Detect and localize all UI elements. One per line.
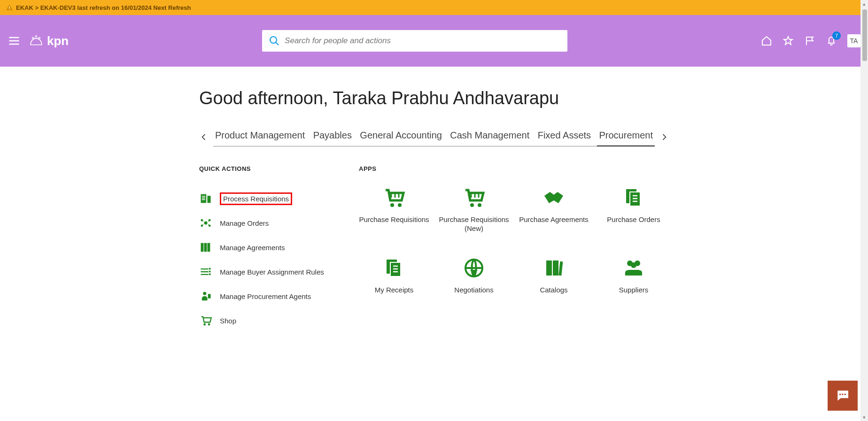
svg-point-2 [39, 37, 40, 38]
app-my-receipts[interactable]: My Receipts [359, 257, 429, 295]
app-purchase-requisitions[interactable]: Purchase Requisitions [359, 186, 429, 233]
quick-action-label: Shop [220, 317, 236, 325]
svg-rect-10 [201, 243, 204, 252]
app-catalogs[interactable]: Catalogs [519, 257, 589, 295]
greeting-text: Good afternoon, Taraka Prabhu Andhavarap… [199, 88, 669, 108]
svg-point-3 [270, 37, 277, 43]
hamburger-icon[interactable] [8, 34, 21, 47]
handshake-icon [542, 186, 566, 209]
quick-action-manage-agreements[interactable]: Manage Agreements [199, 235, 349, 260]
svg-point-30 [631, 262, 636, 268]
tab-payables[interactable]: Payables [311, 127, 354, 146]
quick-action-label: Manage Orders [220, 219, 269, 227]
svg-point-1 [35, 36, 37, 37]
rules-icon [199, 265, 212, 278]
svg-point-17 [398, 203, 402, 207]
svg-rect-11 [204, 243, 207, 252]
quick-action-process-requisitions[interactable]: Process Requisitions [199, 186, 349, 211]
tabs-row: Product Management Payables General Acco… [199, 127, 669, 146]
quick-action-label: Manage Procurement Agents [220, 292, 311, 300]
chat-button[interactable] [828, 381, 858, 411]
chevron-left-icon[interactable] [199, 132, 209, 142]
svg-rect-25 [546, 260, 552, 276]
app-label: Purchase Agreements [519, 215, 589, 224]
scrollbar[interactable]: ▴ ▾ [860, 0, 868, 421]
crown-icon [28, 33, 44, 49]
app-purchase-requisitions-new[interactable]: Purchase Requisitions (New) [439, 186, 509, 233]
quick-action-buyer-rules[interactable]: Manage Buyer Assignment Rules [199, 260, 349, 284]
app-label: My Receipts [375, 286, 414, 295]
quick-actions-column: QUICK ACTIONS Process Requisitions Manag… [199, 165, 349, 333]
svg-point-16 [390, 203, 394, 207]
star-icon[interactable] [783, 35, 794, 46]
search-icon [269, 35, 280, 46]
svg-rect-12 [208, 243, 210, 252]
flag-icon[interactable] [804, 35, 815, 46]
chat-icon [835, 388, 850, 403]
app-label: Purchase Requisitions [359, 215, 429, 224]
svg-point-31 [839, 394, 841, 395]
apps-column: APPS Purchase Requisitions Purchase Requ… [359, 165, 669, 333]
requisitions-icon [199, 192, 212, 205]
scroll-up-icon[interactable]: ▴ [860, 0, 868, 8]
svg-rect-27 [558, 261, 563, 275]
quick-action-label: Manage Agreements [220, 244, 285, 252]
tab-product-management[interactable]: Product Management [213, 127, 307, 146]
scroll-down-icon[interactable]: ▾ [860, 413, 868, 421]
user-avatar[interactable]: TA [847, 34, 860, 47]
agents-icon [199, 290, 212, 303]
app-label: Negotiations [454, 286, 493, 295]
svg-point-33 [845, 394, 846, 395]
orders-icon [199, 216, 212, 230]
svg-rect-26 [553, 260, 558, 276]
notification-count: 7 [832, 31, 841, 40]
quick-action-label: Manage Buyer Assignment Rules [220, 268, 324, 276]
app-purchase-agreements[interactable]: Purchase Agreements [519, 186, 589, 233]
banner-text: EKAK > EKAK-DEV3 last refresh on 16/01/2… [16, 4, 191, 11]
documents-icon [621, 186, 646, 209]
quick-action-procurement-agents[interactable]: Manage Procurement Agents [199, 284, 349, 308]
app-label: Suppliers [619, 286, 649, 295]
svg-point-19 [478, 203, 481, 207]
chevron-right-icon[interactable] [659, 132, 669, 142]
app-negotiations[interactable]: Negotiations [439, 257, 509, 295]
brand-logo[interactable]: kpn [28, 33, 69, 49]
globe-icon [462, 257, 486, 279]
app-purchase-orders[interactable]: Purchase Orders [598, 186, 669, 233]
shop-icon [199, 314, 212, 327]
scrollbar-thumb[interactable] [862, 9, 867, 61]
svg-rect-4 [201, 194, 207, 203]
quick-action-label: Process Requisitions [220, 192, 292, 205]
app-header: kpn 7 TA [0, 15, 868, 67]
app-label: Catalogs [540, 286, 567, 295]
svg-point-18 [470, 203, 474, 207]
documents-icon [382, 257, 406, 279]
apps-title: APPS [359, 165, 669, 172]
tab-cash-management[interactable]: Cash Management [448, 127, 531, 146]
main-content: Good afternoon, Taraka Prabhu Andhavarap… [199, 67, 669, 352]
search-input[interactable] [285, 36, 561, 46]
search-box[interactable] [262, 30, 567, 52]
home-icon[interactable] [761, 35, 772, 46]
warning-icon [6, 4, 13, 11]
brand-text: kpn [47, 34, 69, 48]
app-suppliers[interactable]: Suppliers [598, 257, 669, 295]
tab-general-accounting[interactable]: General Accounting [358, 127, 444, 146]
quick-action-shop[interactable]: Shop [199, 308, 349, 333]
tab-procurement[interactable]: Procurement [597, 127, 655, 146]
tab-fixed-assets[interactable]: Fixed Assets [536, 127, 593, 146]
people-icon [621, 257, 646, 279]
environment-banner: EKAK > EKAK-DEV3 last refresh on 16/01/2… [0, 0, 868, 15]
svg-point-14 [203, 323, 206, 326]
cart-icon [382, 186, 406, 209]
agreements-icon [199, 241, 212, 254]
cart-icon [462, 186, 486, 209]
books-icon [542, 257, 566, 279]
svg-point-5 [204, 222, 208, 225]
notifications-button[interactable]: 7 [826, 35, 837, 46]
app-label: Purchase Requisitions (New) [439, 215, 509, 233]
header-actions: 7 TA [761, 34, 860, 47]
svg-point-15 [208, 323, 210, 326]
quick-action-manage-orders[interactable]: Manage Orders [199, 211, 349, 235]
svg-point-13 [203, 292, 206, 295]
